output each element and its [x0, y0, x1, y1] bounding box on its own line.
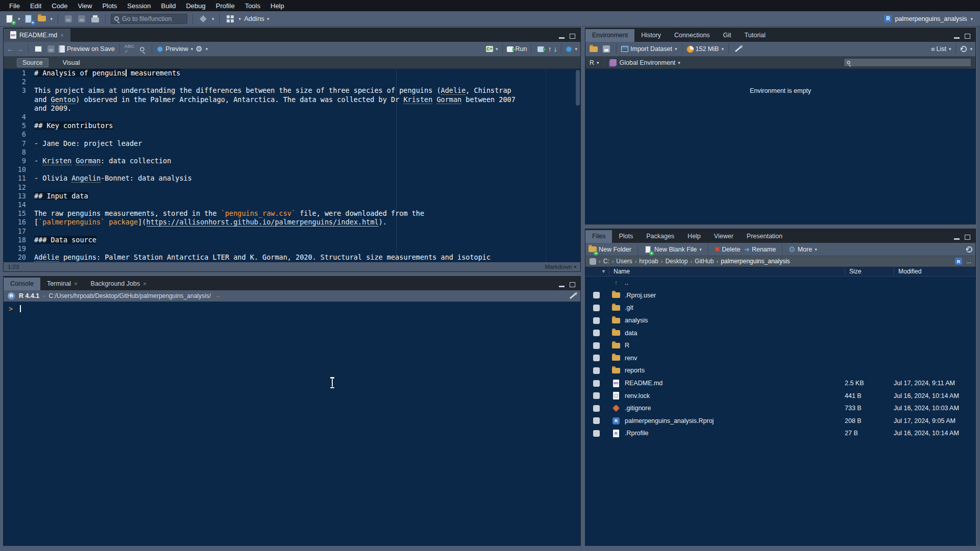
file-name-cell[interactable]: data [609, 330, 845, 337]
row-checkbox[interactable] [593, 380, 600, 387]
menu-profile[interactable]: Profile [211, 1, 240, 11]
file-row[interactable]: analysis [585, 314, 975, 327]
row-checkbox[interactable] [593, 305, 600, 311]
version-control-icon[interactable] [198, 14, 208, 24]
breadcrumb-item[interactable]: hrpoab [639, 258, 658, 265]
tab-connections[interactable]: Connections [668, 29, 717, 42]
refresh-dropdown-icon[interactable]: ▾ [970, 46, 972, 52]
home-icon[interactable] [590, 258, 596, 265]
close-tab-icon[interactable]: × [143, 281, 146, 287]
tab-tutorial[interactable]: Tutorial [738, 29, 772, 42]
file-name-cell[interactable]: renv.lock [609, 392, 845, 399]
file-name[interactable]: .. [625, 279, 628, 286]
menu-view[interactable]: View [72, 1, 97, 11]
tab-git[interactable]: Git [717, 29, 738, 42]
refresh-icon[interactable] [961, 46, 967, 52]
language-mode-selector[interactable]: Markdown▾ [545, 264, 576, 270]
file-name[interactable]: .gitignore [625, 405, 651, 412]
file-row[interactable]: renv [585, 352, 975, 365]
goto-file-input[interactable]: Go to file/function [111, 14, 187, 24]
file-row[interactable]: R.Rprofile27 BJul 16, 2024, 10:14 AM [585, 427, 975, 440]
new-file-icon[interactable]: + [4, 14, 14, 24]
version-control-dropdown-icon[interactable]: ▾ [212, 16, 214, 21]
row-checkbox[interactable] [593, 330, 600, 336]
window-scrollbar[interactable] [977, 27, 980, 546]
tab-readme[interactable]: MD README.md × [4, 29, 70, 42]
rerun-icon[interactable] [535, 44, 546, 54]
save-workspace-icon[interactable] [601, 44, 611, 54]
menu-file[interactable]: File [4, 1, 25, 11]
file-name[interactable]: analysis [625, 317, 648, 324]
console-body[interactable]: > [4, 302, 580, 545]
tab-packages[interactable]: Packages [640, 230, 681, 243]
tab-console[interactable]: Console [4, 278, 40, 290]
menu-code[interactable]: Code [46, 1, 72, 11]
tab-visual[interactable]: Visual [58, 59, 85, 67]
menu-plots[interactable]: Plots [97, 1, 122, 11]
tab-terminal[interactable]: Terminal× [40, 278, 84, 290]
file-name[interactable]: palmerpenguins_analysis.Rproj [625, 417, 714, 424]
row-checkbox[interactable] [593, 417, 600, 424]
file-row[interactable]: renv.lock441 BJul 16, 2024, 10:14 AM [585, 389, 975, 402]
load-workspace-icon[interactable] [589, 44, 599, 54]
preview-on-save-checkbox[interactable]: Preview on Save [59, 45, 115, 53]
maximize-icon[interactable] [570, 34, 575, 39]
file-name-cell[interactable]: ↑.. [609, 279, 845, 287]
project-selector[interactable]: R palmerpenguins_analysis ▾ [884, 15, 976, 22]
more-button[interactable]: ⚙ More ▾ [789, 245, 817, 254]
clear-environment-icon[interactable] [735, 46, 741, 52]
tab-plots[interactable]: Plots [612, 230, 640, 243]
breadcrumb-item[interactable]: Desktop [665, 258, 688, 265]
breadcrumb-item[interactable]: C: [603, 258, 609, 265]
delete-button[interactable]: ✖ Delete [715, 245, 741, 253]
editor-body[interactable]: 1# Analysis of penguins measurements23Th… [4, 69, 580, 262]
environment-search-input[interactable] [844, 58, 971, 67]
language-selector[interactable]: R▾ [590, 59, 599, 66]
sort-icon[interactable]: ▼ [601, 269, 606, 274]
file-row[interactable]: ↑.. [585, 277, 975, 289]
column-modified[interactable]: Modified [894, 267, 975, 276]
tab-presentation[interactable]: Presentation [740, 230, 789, 243]
breadcrumb-item[interactable]: palmerpenguins_analysis [721, 258, 790, 265]
memory-usage-button[interactable]: 152 MiB ▾ [687, 45, 724, 53]
row-checkbox[interactable] [593, 342, 600, 349]
open-file-dropdown-icon[interactable]: ▾ [51, 16, 53, 21]
clear-console-icon[interactable] [570, 293, 576, 299]
row-checkbox[interactable] [593, 430, 600, 437]
file-name-cell[interactable]: .gitignore [609, 405, 845, 412]
spellcheck-icon[interactable]: ABC✓ [125, 44, 135, 54]
run-next-icon[interactable]: ↓ [553, 45, 557, 53]
file-name[interactable]: data [625, 330, 637, 337]
insert-chunk-dropdown-icon[interactable]: ▾ [496, 46, 498, 52]
back-icon[interactable]: ← [7, 45, 14, 53]
row-checkbox[interactable] [593, 292, 600, 298]
run-button[interactable]: Run [507, 45, 527, 53]
maximize-icon[interactable] [965, 34, 970, 39]
environment-scope-selector[interactable]: Global Environment▾ [620, 59, 680, 66]
file-name[interactable]: .Rproj.user [625, 292, 656, 299]
file-row[interactable]: .git [585, 302, 975, 314]
file-row[interactable]: .gitignore733 BJul 16, 2024, 10:03 AM [585, 402, 975, 415]
file-name-cell[interactable]: Rpalmerpenguins_analysis.Rproj [609, 417, 845, 424]
forward-icon[interactable]: → [16, 45, 23, 53]
close-tab-icon[interactable]: × [74, 281, 77, 287]
editor-scrollbar[interactable] [576, 70, 580, 106]
r-version[interactable]: R 4.4.1 [19, 292, 39, 299]
file-name-cell[interactable]: .git [609, 304, 845, 311]
menu-edit[interactable]: Edit [25, 1, 46, 11]
list-view-selector[interactable]: ≡ List ▾ [931, 45, 951, 53]
new-project-icon[interactable]: + [23, 14, 34, 24]
tab-source[interactable]: Source [17, 58, 48, 67]
menu-build[interactable]: Build [156, 1, 181, 11]
minimize-icon[interactable] [559, 37, 565, 39]
tab-history[interactable]: History [634, 29, 668, 42]
breadcrumb-item[interactable]: Users [616, 258, 632, 265]
tab-environment[interactable]: Environment [585, 29, 634, 42]
refresh-files-icon[interactable] [966, 246, 972, 253]
tab-files[interactable]: Files [585, 230, 612, 243]
file-row[interactable]: data [585, 327, 975, 339]
rename-button[interactable]: ➔ Rename [744, 245, 776, 253]
insert-chunk-icon[interactable]: C+ [486, 46, 493, 52]
cursor-position[interactable]: 1:23 [8, 264, 19, 270]
file-name-cell[interactable]: reports [609, 367, 845, 374]
